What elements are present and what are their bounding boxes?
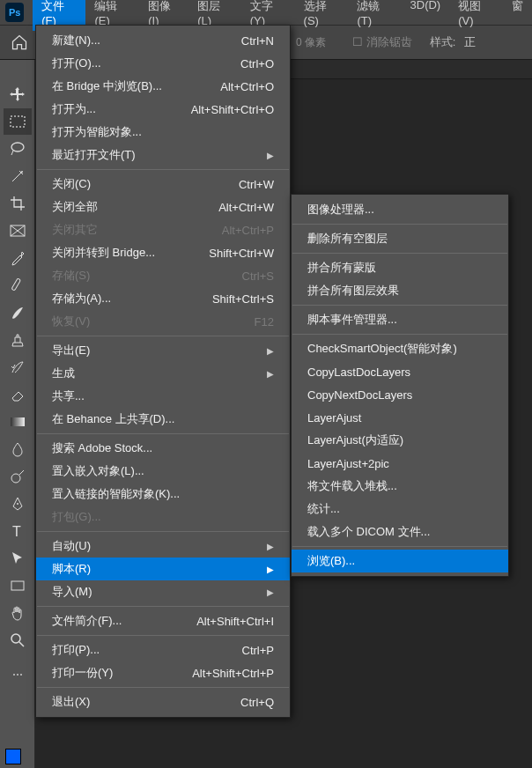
app-icon: Ps xyxy=(5,3,24,22)
path-selection-tool-icon[interactable] xyxy=(4,545,32,572)
script-submenu-item[interactable]: CopyLastDocLayers xyxy=(292,360,508,383)
file-menu-item[interactable]: 打开(O)...Ctrl+O xyxy=(36,52,290,75)
color-swatches[interactable] xyxy=(5,749,21,764)
menu-滤镜(T)[interactable]: 滤镜(T) xyxy=(348,0,401,31)
file-menu-item[interactable]: 脚本(R)▶ xyxy=(36,558,290,580)
file-menu-item[interactable]: 打印一份(Y)Alt+Shift+Ctrl+P xyxy=(36,661,290,684)
pen-tool-icon[interactable] xyxy=(4,491,32,517)
menu-item-label: 导入(M) xyxy=(52,584,92,600)
clone-stamp-tool-icon[interactable] xyxy=(4,327,32,353)
healing-brush-tool-icon[interactable] xyxy=(4,272,32,299)
menu-item-shortcut: Shift+Ctrl+W xyxy=(209,247,274,260)
menu-窗[interactable]: 窗 xyxy=(503,0,532,31)
file-menu-item[interactable]: 置入嵌入对象(L)... xyxy=(36,460,290,483)
script-submenu-item[interactable]: CopyNextDocLayers xyxy=(292,383,508,406)
script-submenu-item[interactable]: 浏览(B)... xyxy=(292,550,508,572)
file-menu-item[interactable]: 共享... xyxy=(36,385,290,408)
menu-item-label: 关闭全部 xyxy=(52,199,98,215)
eraser-tool-icon[interactable] xyxy=(4,381,32,408)
file-menu-item[interactable]: 存储为(A)...Shift+Ctrl+S xyxy=(36,287,290,310)
file-menu-item[interactable]: 关闭(C)Ctrl+W xyxy=(36,173,290,196)
blur-tool-icon[interactable] xyxy=(4,436,32,462)
menu-item-label: 在 Bridge 中浏览(B)... xyxy=(52,78,162,94)
menu-item-label: 最近打开文件(T) xyxy=(52,147,136,163)
script-submenu-item[interactable]: LayerAjust+2pic xyxy=(292,452,508,475)
menu-item-label: 在 Behance 上共享(D)... xyxy=(52,411,174,427)
script-submenu-item[interactable]: LayerAjust xyxy=(292,406,508,429)
menu-item-label: 打开为... xyxy=(52,101,96,117)
edit-toolbar-icon[interactable]: ⋯ xyxy=(4,661,32,688)
file-menu-item[interactable]: 打开为...Alt+Shift+Ctrl+O xyxy=(36,98,290,121)
eyedropper-tool-icon[interactable] xyxy=(4,245,32,271)
file-menu-item[interactable]: 打开为智能对象... xyxy=(36,121,290,144)
script-submenu-item[interactable]: LayerAjust(内适应) xyxy=(292,429,508,452)
lasso-tool-icon[interactable] xyxy=(4,136,32,162)
file-menu-item[interactable]: 生成▶ xyxy=(36,362,290,385)
menu-3D(D)[interactable]: 3D(D) xyxy=(402,0,450,31)
menu-item-label: 生成 xyxy=(52,366,75,381)
submenu-arrow-icon: ▶ xyxy=(267,587,274,597)
menu-视图(V)[interactable]: 视图(V) xyxy=(449,0,503,31)
file-menu-item[interactable]: 关闭并转到 Bridge...Shift+Ctrl+W xyxy=(36,241,290,264)
file-menu-item[interactable]: 关闭全部Alt+Ctrl+W xyxy=(36,196,290,218)
menu-item-label: CopyLastDocLayers xyxy=(307,366,410,379)
script-submenu-item[interactable]: CheckSmartObject(智能对象) xyxy=(292,337,508,360)
script-submenu-item[interactable]: 统计... xyxy=(292,498,508,521)
file-menu-item[interactable]: 自动(U)▶ xyxy=(36,535,290,558)
gradient-tool-icon[interactable] xyxy=(4,409,32,435)
svg-point-6 xyxy=(11,474,20,483)
style-value[interactable]: 正 xyxy=(464,34,476,50)
file-menu-item[interactable]: 最近打开文件(T)▶ xyxy=(36,144,290,166)
home-icon[interactable] xyxy=(7,30,32,55)
file-menu-item[interactable]: 导出(E)▶ xyxy=(36,339,290,362)
script-submenu-item[interactable]: 图像处理器... xyxy=(292,198,508,221)
file-menu-item[interactable]: 退出(X)Ctrl+Q xyxy=(36,690,290,713)
svg-rect-0 xyxy=(11,116,25,127)
script-submenu-item[interactable]: 载入多个 DICOM 文件... xyxy=(292,521,508,543)
menu-item-label: 浏览(B)... xyxy=(307,553,355,569)
marquee-tool-icon[interactable] xyxy=(4,108,32,135)
move-tool-icon[interactable] xyxy=(4,81,32,107)
app-icon-text: Ps xyxy=(9,7,20,18)
file-menu-dropdown: 新建(N)...Ctrl+N打开(O)...Ctrl+O在 Bridge 中浏览… xyxy=(35,25,291,718)
script-submenu-item[interactable]: 脚本事件管理器... xyxy=(292,308,508,331)
file-menu-item[interactable]: 文件简介(F)...Alt+Shift+Ctrl+I xyxy=(36,609,290,632)
script-submenu-item[interactable]: 将文件载入堆栈... xyxy=(292,475,508,498)
submenu-arrow-icon: ▶ xyxy=(267,565,274,574)
menu-选择(S)[interactable]: 选择(S) xyxy=(295,0,349,31)
zoom-tool-icon[interactable] xyxy=(4,627,32,654)
script-submenu-item[interactable]: 拼合所有图层效果 xyxy=(292,279,508,302)
crop-tool-icon[interactable] xyxy=(4,190,32,217)
file-menu-item: 打包(G)... xyxy=(36,506,290,528)
dodge-tool-icon[interactable] xyxy=(4,463,32,490)
svg-text:T: T xyxy=(12,524,21,539)
file-menu-item[interactable]: 搜索 Adobe Stock... xyxy=(36,437,290,460)
foreground-color[interactable] xyxy=(5,749,21,764)
menu-item-shortcut: Alt+Ctrl+P xyxy=(222,224,274,237)
frame-tool-icon[interactable] xyxy=(4,218,32,244)
history-brush-tool-icon[interactable] xyxy=(4,354,32,380)
file-menu-item[interactable]: 打印(P)...Ctrl+P xyxy=(36,639,290,661)
menu-item-shortcut: Shift+Ctrl+S xyxy=(212,292,274,306)
menu-item-label: LayerAjust(内适应) xyxy=(307,432,403,448)
antialias-checkbox[interactable]: ☐ 消除锯齿 xyxy=(352,34,412,50)
menu-item-label: 拼合所有图层效果 xyxy=(307,283,399,299)
rectangle-tool-icon[interactable] xyxy=(4,572,32,599)
file-menu-item[interactable]: 在 Bridge 中浏览(B)...Alt+Ctrl+O xyxy=(36,75,290,98)
file-menu-item[interactable]: 导入(M)▶ xyxy=(36,580,290,603)
menu-separator xyxy=(37,606,289,607)
svg-rect-5 xyxy=(11,417,25,426)
script-submenu-item[interactable]: 删除所有空图层 xyxy=(292,227,508,250)
file-menu-item[interactable]: 置入链接的智能对象(K)... xyxy=(36,483,290,506)
magic-wand-tool-icon[interactable] xyxy=(4,163,32,189)
brush-tool-icon[interactable] xyxy=(4,299,32,326)
menu-item-label: 统计... xyxy=(307,501,340,517)
file-menu-item[interactable]: 新建(N)...Ctrl+N xyxy=(36,29,290,52)
script-submenu-item[interactable]: 拼合所有蒙版 xyxy=(292,256,508,279)
menu-item-shortcut: Ctrl+Q xyxy=(240,696,274,709)
menu-separator xyxy=(292,305,507,306)
file-menu-item[interactable]: 在 Behance 上共享(D)... xyxy=(36,408,290,431)
type-tool-icon[interactable]: T xyxy=(4,518,32,544)
tool-panel: T ⋯ xyxy=(0,60,35,768)
hand-tool-icon[interactable] xyxy=(4,600,32,626)
